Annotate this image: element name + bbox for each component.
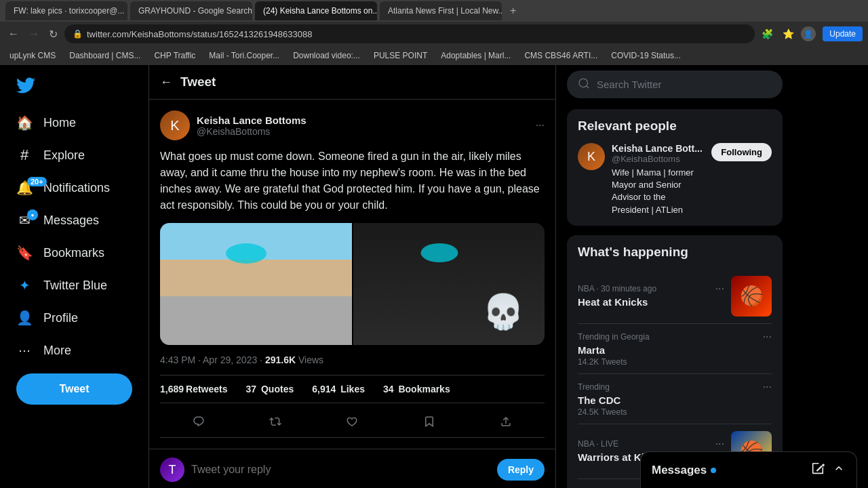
browser-tabs-bar: FW: lake pics · torixcooper@... ✕ GRAYHO… [0,0,868,22]
tweet-author-name[interactable]: Keisha Lance Bottoms [197,115,529,126]
page-title: Tweet [180,75,216,89]
search-input[interactable] [597,79,772,90]
back-button[interactable]: ← [5,28,22,40]
bookmark-adoptables[interactable]: Adoptables | Marl... [437,49,515,62]
bookmark-action-button[interactable] [418,410,441,433]
extensions-icon[interactable]: 🧩 [759,28,776,39]
tab-1[interactable]: FW: lake pics · torixcooper@... ✕ [5,1,127,20]
messages-collapse-icon[interactable] [832,462,846,479]
tweet-button[interactable]: Tweet [16,373,132,405]
profile-button[interactable]: 👤 [801,26,816,41]
bookmark-pulse[interactable]: PULSE POINT [370,49,431,62]
retweets-stat[interactable]: 1,689Retweets [160,384,230,394]
sidebar-item-messages[interactable]: ✉ ● Messages [8,205,140,235]
retweet-action-button[interactable] [264,410,287,433]
lock-icon: 🔒 [73,29,83,39]
trending-warriors-dots[interactable]: ··· [715,438,724,450]
bookmarks-bar: upLynk CMS Dashboard | CMS... CHP Traffi… [0,46,868,65]
tab-4-label: Atlanta News First | Local New... [388,6,502,16]
reply-submit-button[interactable]: Reply [497,459,545,481]
like-action-button[interactable] [340,410,363,433]
trending-marta-count: 14.2K Tweets [578,357,772,367]
tweet-views-separator: · [260,354,265,365]
tweet-author-info: Keisha Lance Bottoms @KeishaBottoms [197,115,529,137]
tab-2-label: GRAYHOUND - Google Search [138,6,252,16]
address-bar[interactable]: 🔒 twitter.com/KeishaBottoms/status/16524… [64,24,755,43]
likes-stat[interactable]: 6,914 Likes [312,384,367,394]
trending-marta-content: Trending in Georgia ··· Marta 14.2K Twee… [578,331,772,367]
tab-2[interactable]: GRAYHOUND - Google Search ✕ [130,1,252,20]
bookmark-download[interactable]: Download video:... [289,49,364,62]
tweet-views-label: Views [298,354,323,365]
sidebar-item-explore[interactable]: # Explore [8,140,140,170]
bookmark-star-icon[interactable]: ⭐ [780,28,797,39]
bookmark-uplynk[interactable]: upLynk CMS [5,49,60,62]
trending-marta-dots[interactable]: ··· [763,331,772,343]
relevant-person-name[interactable]: Keisha Lance Bott... [612,143,705,154]
sidebar-home-label: Home [43,116,76,130]
reply-action-button[interactable] [187,410,210,433]
bookmark-covid[interactable]: COVID-19 Status... [607,49,685,62]
skull-decoration: 💀 [482,292,524,331]
relevant-person-avatar[interactable]: K [578,143,605,170]
trending-cdc-count: 24.5K Tweets [578,407,772,417]
reload-button[interactable]: ↻ [46,28,60,41]
address-bar-row: ← → ↻ 🔒 twitter.com/KeishaBottoms/status… [0,22,868,46]
tweet-action-bar [160,406,545,438]
reply-input[interactable] [191,464,490,476]
messages-dot [711,468,716,473]
trending-item-marta[interactable]: Trending in Georgia ··· Marta 14.2K Twee… [578,324,772,374]
main-content: ← Tweet K Keisha Lance Bottoms @KeishaBo… [149,65,556,488]
twitter-logo[interactable] [8,70,140,102]
tweet-detail-header: ← Tweet [149,65,555,100]
profile-icon: 👤 [16,310,33,326]
tweet-more-button[interactable]: ··· [536,119,545,131]
quotes-stat[interactable]: 37 Quotes [246,384,296,394]
bookmarks-icon: 🔖 [16,245,33,261]
trending-item-cdc[interactable]: Trending ··· The CDC 24.5K Tweets [578,374,772,424]
tweet-views-count: 291.6K [265,354,296,365]
tab-3[interactable]: (24) Keisha Lance Bottoms on... ✕ [255,1,377,20]
whats-happening-title: What's happening [578,245,772,260]
notif-badge: 20+ [27,177,47,186]
sidebar-item-more[interactable]: ⋯ More [8,336,140,365]
bookmark-dashboard[interactable]: Dashboard | CMS... [65,49,144,62]
trending-heat-knicks-dots[interactable]: ··· [715,283,724,295]
relevant-person-info: Keisha Lance Bott... @KeishaBottoms Wife… [612,143,705,216]
more-icon: ⋯ [16,342,33,359]
bookmark-cms[interactable]: CMS CBS46 ARTI... [520,49,601,62]
bookmark-mail[interactable]: Mail - Tori.Cooper... [205,49,283,62]
tweet-author-avatar[interactable]: K [160,110,190,140]
tweet-images[interactable]: 💀 [160,223,545,345]
share-action-button[interactable] [494,410,517,433]
messages-panel[interactable]: Messages [640,451,857,488]
bookmarks-stat[interactable]: 34 Bookmarks [383,384,452,394]
url-text: twitter.com/KeishaBottoms/status/1652413… [87,29,312,39]
sidebar-item-twitter-blue[interactable]: ✦ Twitter Blue [8,270,140,300]
trending-marta-meta: Trending in Georgia ··· [578,331,772,343]
sidebar-item-bookmarks[interactable]: 🔖 Bookmarks [8,238,140,268]
tweet-author-handle[interactable]: @KeishaBottoms [197,126,529,137]
tweet-timestamp: 4:43 PM · Apr 29, 2023 · 291.6K Views [160,354,545,365]
trending-heat-knicks-topic: Heat at Knicks [578,296,724,308]
sidebar-item-profile[interactable]: 👤 Profile [8,303,140,333]
tab-4[interactable]: Atlanta News First | Local New... ✕ [380,1,502,20]
tweet-image-right[interactable]: 💀 [353,223,545,345]
trending-cdc-dots[interactable]: ··· [763,381,772,393]
trending-item-heat-knicks[interactable]: NBA · 30 minutes ago ··· Heat at Knicks … [578,269,772,324]
messages-compose-icon[interactable] [812,462,825,479]
whats-happening-card: What's happening NBA · 30 minutes ago ··… [567,235,783,488]
bookmark-chp[interactable]: CHP Traffic [150,49,199,62]
following-button[interactable]: Following [711,143,772,161]
relevant-people-card: Relevant people K Keisha Lance Bott... @… [567,109,783,226]
tweet-image-left[interactable] [160,223,352,345]
back-arrow-button[interactable]: ← [160,75,172,89]
forward-button[interactable]: → [26,28,42,40]
sidebar-messages-label: Messages [43,214,99,228]
sidebar-bookmarks-label: Bookmarks [43,246,104,260]
update-button[interactable]: Update [823,26,863,41]
sidebar-item-notifications[interactable]: 🔔 20+ Notifications [8,173,140,203]
search-box[interactable] [567,70,783,98]
sidebar-item-home[interactable]: 🏠 Home [8,108,140,138]
new-tab-button[interactable]: + [505,2,521,20]
